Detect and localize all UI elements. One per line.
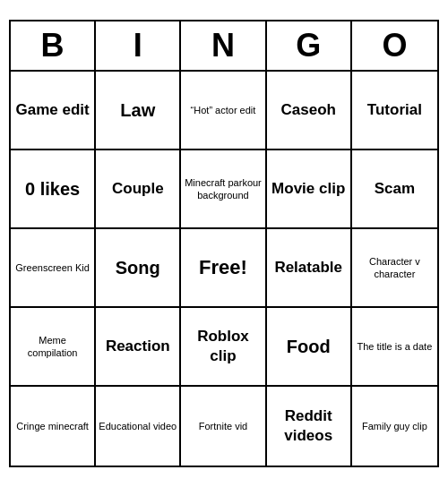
bingo-cell-8: Movie clip (267, 150, 352, 229)
bingo-cell-23: Reddit videos (267, 387, 352, 466)
bingo-card: BINGO Game editLaw“Hot” actor editCaseoh… (9, 20, 439, 467)
bingo-cell-13: Relatable (267, 229, 352, 308)
bingo-cell-9: Scam (352, 150, 437, 229)
bingo-cell-15: Meme compilation (11, 308, 96, 387)
bingo-cell-0: Game edit (11, 72, 96, 150)
bingo-grid: Game editLaw“Hot” actor editCaseohTutori… (11, 72, 437, 466)
bingo-cell-21: Educational video (96, 387, 181, 466)
bingo-cell-20: Cringe minecraft (11, 387, 96, 466)
bingo-cell-1: Law (96, 72, 181, 150)
bingo-cell-24: Family guy clip (352, 387, 437, 466)
header-letter-o: O (352, 21, 437, 70)
bingo-cell-7: Minecraft parkour background (181, 150, 266, 229)
bingo-cell-18: Food (267, 308, 352, 387)
header-letter-g: G (267, 21, 352, 70)
header-letter-n: N (181, 21, 266, 70)
bingo-cell-5: 0 likes (11, 150, 96, 229)
bingo-cell-4: Tutorial (352, 72, 437, 150)
bingo-cell-14: Character v character (352, 229, 437, 308)
bingo-cell-12: Free! (181, 229, 266, 308)
bingo-cell-16: Reaction (96, 308, 181, 387)
bingo-header: BINGO (11, 21, 437, 72)
bingo-cell-10: Greenscreen Kid (11, 229, 96, 308)
header-letter-b: B (11, 21, 96, 70)
header-letter-i: I (96, 21, 181, 70)
bingo-cell-17: Roblox clip (181, 308, 266, 387)
bingo-cell-19: The title is a date (352, 308, 437, 387)
bingo-cell-3: Caseoh (267, 72, 352, 150)
bingo-cell-22: Fortnite vid (181, 387, 266, 466)
bingo-cell-6: Couple (96, 150, 181, 229)
bingo-cell-2: “Hot” actor edit (181, 72, 266, 150)
bingo-cell-11: Song (96, 229, 181, 308)
